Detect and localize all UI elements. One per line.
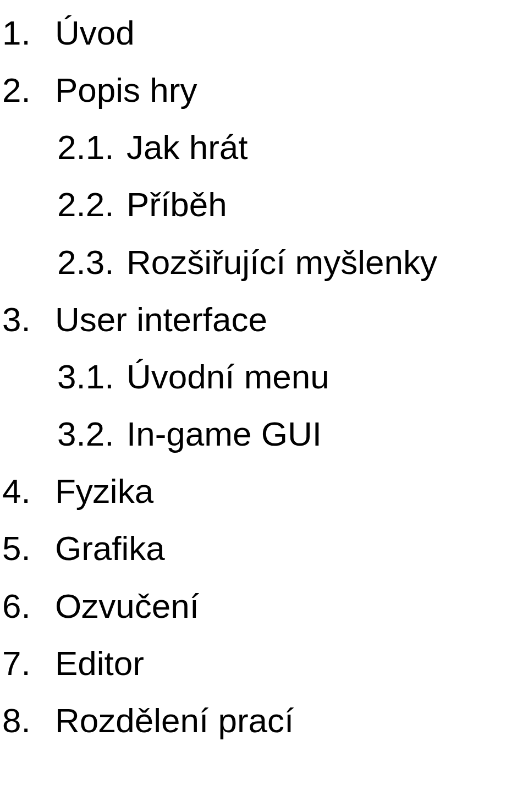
toc-subitem-number: 3.1. — [55, 348, 127, 405]
toc-item-number: 5. — [0, 520, 55, 577]
toc-item-label: Rozdělení prací — [55, 692, 528, 749]
toc-item: 8. Rozdělení prací — [0, 692, 528, 749]
toc-item-label: Ozvučení — [55, 578, 528, 635]
toc-sublist: 2.1. Jak hrát 2.2. Příběh 2.3. Rozšiřují… — [0, 119, 528, 290]
toc-item-number: 4. — [0, 463, 55, 520]
toc-subitem-label: Rozšiřující myšlenky — [127, 234, 528, 291]
toc-sublist: 3.1. Úvodní menu 3.2. In-game GUI — [0, 348, 528, 463]
toc-list: 1. Úvod 2. Popis hry 2.1. Jak hrát 2.2. … — [0, 4, 528, 749]
toc-item-label: User interface — [55, 291, 528, 348]
toc-item: 6. Ozvučení — [0, 578, 528, 635]
toc-item-label: Grafika — [55, 520, 528, 577]
toc-item-number: 7. — [0, 635, 55, 692]
toc-item-label: Úvod — [55, 4, 528, 62]
toc-subitem-label: Úvodní menu — [127, 348, 528, 405]
toc-item-number: 3. — [0, 291, 55, 348]
toc-item-label: Popis hry — [55, 62, 528, 119]
toc-subitem-number: 2.1. — [55, 119, 127, 176]
toc-item-number: 8. — [0, 692, 55, 749]
toc-subitem-label: In-game GUI — [127, 405, 528, 463]
toc-item: 2. Popis hry — [0, 62, 528, 119]
toc-item-label: Editor — [55, 635, 528, 692]
toc-item-label: Fyzika — [55, 463, 528, 520]
toc-item: 7. Editor — [0, 635, 528, 692]
toc-item: 3. User interface — [0, 291, 528, 348]
toc-item: 4. Fyzika — [0, 463, 528, 520]
toc-subitem: 3.2. In-game GUI — [55, 405, 528, 463]
toc-item-number: 1. — [0, 4, 55, 62]
toc-subitem-number: 2.3. — [55, 234, 127, 291]
toc-subitem: 2.3. Rozšiřující myšlenky — [55, 234, 528, 291]
toc-item: 1. Úvod — [0, 4, 528, 62]
toc-item: 5. Grafika — [0, 520, 528, 577]
toc-subitem-number: 3.2. — [55, 405, 127, 463]
toc-subitem-label: Příběh — [127, 176, 528, 233]
toc-subitem-label: Jak hrát — [127, 119, 528, 176]
toc-subitem: 3.1. Úvodní menu — [55, 348, 528, 405]
toc-item-number: 2. — [0, 62, 55, 119]
toc-item-number: 6. — [0, 578, 55, 635]
toc-subitem-number: 2.2. — [55, 176, 127, 233]
toc-subitem: 2.2. Příběh — [55, 176, 528, 233]
toc-subitem: 2.1. Jak hrát — [55, 119, 528, 176]
